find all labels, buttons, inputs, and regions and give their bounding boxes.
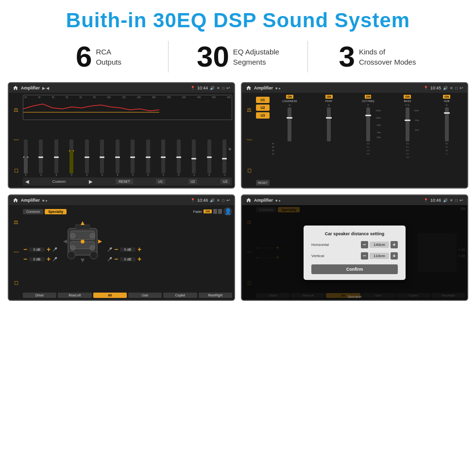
eq-curve-svg	[23, 95, 232, 120]
eq-u1-btn[interactable]: U1	[156, 179, 165, 184]
dialog-vertical-minus[interactable]: −	[361, 252, 368, 260]
eq-sidebar: ⚖ 〰 ◻	[11, 95, 21, 186]
minus-3[interactable]: −	[114, 245, 119, 253]
fader-icon-2[interactable]: 〰	[14, 249, 19, 255]
stat-number-3: 3	[339, 42, 355, 71]
svg-point-7	[90, 233, 95, 238]
confirm-button[interactable]: Confirm	[311, 264, 398, 274]
screen-title-4: Amplifier	[254, 198, 273, 203]
stat-crossover: 3 Kinds ofCrossover Modes	[308, 42, 447, 71]
window-icon-3[interactable]: □	[222, 198, 224, 203]
screens-grid: Amplifier ▶ ◀ 📍 10:44 🔊 ✕ □ ↩ ⚖ 〰 ◻	[0, 79, 476, 303]
screen-title-3: Amplifier	[21, 198, 40, 203]
page-title: Buith-in 30EQ DSP Sound System	[0, 0, 476, 37]
svg-point-4	[90, 251, 98, 259]
amp-icon-3[interactable]: ◻	[247, 167, 252, 174]
home-icon-2[interactable]	[246, 85, 252, 91]
eq-u3-btn[interactable]: U3	[221, 179, 230, 184]
screen-amp: Amplifier ■ ● 📍 10:45 🔊 ✕ □ ↩ ⚖ 〰 ◻ U1	[241, 82, 468, 189]
window-icon-1[interactable]: □	[222, 86, 224, 90]
amp-sidebar: ⚖ 〰 ◻	[244, 95, 255, 186]
plus-4[interactable]: +	[137, 255, 142, 263]
location-icon-4: 📍	[424, 198, 428, 203]
window-icon-2[interactable]: □	[455, 86, 458, 90]
dialog-vertical-value: 110cm	[370, 253, 389, 259]
plus-2[interactable]: +	[46, 255, 51, 263]
amp-icon-2[interactable]: 〰	[247, 137, 252, 143]
screen-title-1: Amplifier	[21, 86, 40, 90]
fader-icon-1[interactable]: ⚖	[14, 219, 18, 226]
profile-icon[interactable]: 👤	[223, 207, 232, 216]
stat-label-crossover: Kinds ofCrossover Modes	[359, 47, 416, 67]
eq-u2-btn[interactable]: U2	[188, 179, 198, 184]
time-4: 10:46	[430, 198, 442, 203]
close-icon-4[interactable]: ✕	[450, 198, 453, 203]
svg-marker-11	[81, 221, 85, 225]
location-icon-3: 📍	[190, 198, 195, 203]
eq-prev-btn[interactable]: ◀	[25, 179, 29, 184]
amp-channels: ON LOUDNESS G 64 48 32	[271, 95, 465, 186]
fader-body: ⚖ 〰 ◻ Common Specialty Fader ON	[9, 205, 234, 300]
svg-point-10	[81, 240, 85, 243]
stats-row: 6 RCAOutputs 30 EQ AdjustableSegments 3 …	[0, 37, 476, 79]
eq-graph: 25 32 40 50 63 80 100 125 160 200 250 32…	[23, 95, 232, 120]
rearright-btn[interactable]: RearRight	[199, 293, 232, 298]
dialog-horizontal-row: Horizontal − 140cm +	[311, 241, 398, 248]
preset-u3[interactable]: U3	[256, 112, 270, 119]
status-bar-2: Amplifier ■ ● 📍 10:45 🔊 ✕ □ ↩	[242, 83, 467, 93]
screen-eq: Amplifier ▶ ◀ 📍 10:44 🔊 ✕ □ ↩ ⚖ 〰 ◻	[8, 82, 235, 189]
close-icon-2[interactable]: ✕	[450, 86, 453, 90]
time-1: 10:44	[197, 86, 208, 90]
plus-3[interactable]: +	[137, 245, 142, 253]
dialog-vertical-plus[interactable]: +	[391, 252, 398, 260]
all-btn[interactable]: All	[93, 293, 127, 298]
car-diagram	[59, 217, 105, 266]
eq-body: ⚖ 〰 ◻ 25 32 40 50 63 80 100 125	[9, 93, 234, 188]
home-icon-3[interactable]	[13, 197, 18, 203]
header: Buith-in 30EQ DSP Sound System	[0, 0, 476, 37]
home-icon-1[interactable]	[13, 85, 18, 91]
eq-icon-1[interactable]: ⚖	[14, 107, 18, 113]
back-icon-1[interactable]: ↩	[226, 86, 230, 90]
rearleft-btn[interactable]: RearLeft	[58, 293, 91, 298]
status-bar-1: Amplifier ▶ ◀ 📍 10:44 🔊 ✕ □ ↩	[9, 83, 234, 93]
dialog-title: Car speaker distance setting	[311, 231, 398, 236]
amp-icon-1[interactable]: ⚖	[247, 107, 252, 113]
close-icon-1[interactable]: ✕	[217, 86, 220, 90]
tab-specialty[interactable]: Specialty	[45, 209, 67, 214]
expand-icon[interactable]: »	[228, 146, 231, 152]
close-icon-3[interactable]: ✕	[217, 198, 220, 203]
svg-rect-5	[75, 225, 90, 229]
svg-marker-13	[63, 240, 67, 243]
screen-fader: Amplifier ■ ● 📍 10:46 🔊 ✕ □ ↩ ⚖ 〰 ◻	[8, 194, 235, 301]
eq-icon-3[interactable]: ◻	[14, 167, 18, 174]
copilot-btn[interactable]: Copilot	[163, 293, 197, 298]
back-icon-3[interactable]: ↩	[226, 198, 230, 203]
minus-4[interactable]: −	[114, 255, 119, 263]
stat-rca: 6 RCAOutputs	[29, 42, 168, 71]
dialog-overlay: Car speaker distance setting Horizontal …	[242, 205, 467, 300]
back-icon-2[interactable]: ↩	[459, 86, 463, 90]
plus-1[interactable]: +	[46, 245, 51, 253]
eq-reset-btn[interactable]: RESET	[116, 179, 133, 184]
nav-icons-1: ▶ ◀	[42, 86, 49, 90]
fader-icon-3[interactable]: ◻	[14, 279, 18, 286]
preset-u2[interactable]: U2	[256, 104, 270, 111]
eq-icon-2[interactable]: 〰	[14, 137, 19, 143]
minus-2[interactable]: −	[23, 255, 28, 263]
eq-next-btn[interactable]: ▶	[89, 179, 93, 184]
vol-icon-3: 🔊	[210, 198, 215, 203]
user-btn[interactable]: User	[128, 293, 162, 298]
driver-btn[interactable]: Driver	[23, 293, 56, 298]
dialog-horizontal-plus[interactable]: +	[391, 241, 398, 248]
minus-1[interactable]: −	[23, 245, 28, 253]
back-icon-4[interactable]: ↩	[459, 198, 463, 203]
home-icon-4[interactable]	[246, 197, 252, 203]
volume-icon-1: 🔊	[210, 86, 215, 90]
preset-u1[interactable]: U1	[256, 97, 270, 103]
amp-body: ⚖ 〰 ◻ U1 U2 U3 RESET ON LOUDNESS G	[242, 93, 467, 188]
tab-common[interactable]: Common	[23, 209, 43, 214]
window-icon-4[interactable]: □	[455, 198, 458, 203]
dialog-horizontal-minus[interactable]: −	[361, 241, 368, 248]
amp-reset-btn[interactable]: RESET	[256, 180, 270, 186]
